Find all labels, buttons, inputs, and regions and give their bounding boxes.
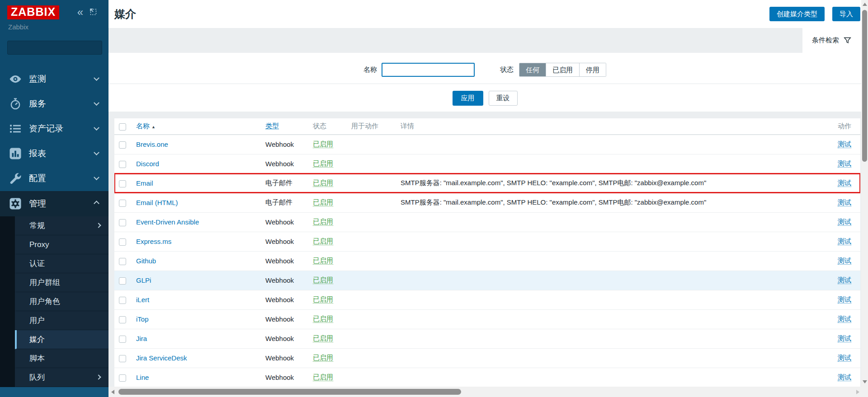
media-type-type: Webhook — [265, 218, 294, 226]
vertical-scroll-thumb[interactable] — [862, 10, 867, 162]
media-type-type: Webhook — [265, 140, 294, 148]
media-type-status-link[interactable]: 已启用 — [313, 198, 333, 206]
media-type-name-link[interactable]: Express.ms — [136, 238, 171, 245]
test-link[interactable]: 测试 — [838, 218, 851, 226]
test-link[interactable]: 测试 — [838, 334, 851, 342]
media-type-name-link[interactable]: Jira — [136, 335, 147, 342]
media-type-status-link[interactable]: 已启用 — [313, 334, 333, 342]
chevron-down-icon — [94, 100, 99, 106]
media-type-name-link[interactable]: Discord — [136, 160, 159, 168]
media-type-name-link[interactable]: GLPi — [136, 276, 151, 284]
test-link[interactable]: 测试 — [838, 373, 851, 381]
row-checkbox[interactable] — [119, 316, 126, 323]
media-type-status-link[interactable]: 已启用 — [313, 159, 333, 168]
row-checkbox[interactable] — [119, 161, 126, 168]
media-type-name-link[interactable]: iTop — [136, 315, 149, 323]
test-link[interactable]: 测试 — [838, 276, 851, 284]
sidebar-item-authentication[interactable]: 认证 — [15, 254, 108, 273]
row-checkbox[interactable] — [119, 297, 126, 304]
vertical-scrollbar[interactable] — [861, 0, 868, 397]
row-checkbox[interactable] — [119, 277, 126, 285]
status-option-any[interactable]: 任何 — [519, 63, 546, 76]
sidebar-item-users[interactable]: 用户 — [15, 311, 108, 330]
media-type-type: Webhook — [265, 296, 294, 304]
sidebar-item-general[interactable]: 常规 — [15, 216, 108, 235]
row-checkbox[interactable] — [119, 219, 126, 226]
import-button[interactable]: 导入 — [832, 7, 860, 21]
sidebar-item-scripts[interactable]: 脚本 — [15, 349, 108, 368]
create-media-type-button[interactable]: 创建媒介类型 — [769, 7, 825, 21]
media-type-status-link[interactable]: 已启用 — [313, 140, 333, 148]
column-header-type[interactable]: 类型 — [265, 118, 313, 135]
test-link[interactable]: 测试 — [838, 140, 851, 148]
scroll-up-icon[interactable] — [863, 3, 867, 6]
row-checkbox[interactable] — [119, 258, 126, 265]
status-option-disabled[interactable]: 停用 — [579, 63, 606, 76]
search-input[interactable] — [8, 44, 105, 51]
row-checkbox[interactable] — [119, 238, 126, 246]
sidebar-item-queue[interactable]: 队列 — [15, 368, 108, 387]
status-segmented-control: 任何 已启用 停用 — [519, 63, 606, 77]
apply-button[interactable]: 应用 — [453, 91, 483, 106]
media-type-status-link[interactable]: 已启用 — [313, 179, 333, 187]
media-type-status-link[interactable]: 已启用 — [313, 257, 333, 265]
test-link[interactable]: 测试 — [838, 315, 851, 323]
sidebar-item-inventory[interactable]: 资产记录 — [0, 117, 108, 141]
test-link[interactable]: 测试 — [838, 257, 851, 265]
status-option-enabled[interactable]: 已启用 — [546, 63, 579, 76]
test-link[interactable]: 测试 — [838, 159, 851, 168]
test-link[interactable]: 测试 — [838, 354, 851, 362]
row-checkbox[interactable] — [119, 336, 126, 343]
scroll-right-icon[interactable] — [856, 390, 859, 394]
name-filter-input[interactable] — [382, 63, 475, 77]
sidebar-item-services[interactable]: 服务 — [0, 92, 108, 117]
row-checkbox[interactable] — [119, 141, 126, 149]
media-type-status-link[interactable]: 已启用 — [313, 295, 333, 304]
sidebar-item-media-types[interactable]: 媒介 — [15, 330, 108, 349]
reset-button[interactable]: 重设 — [489, 91, 518, 106]
collapse-sidebar-icon[interactable]: « — [77, 8, 83, 16]
scroll-down-icon[interactable] — [863, 380, 867, 383]
test-link[interactable]: 测试 — [838, 198, 851, 206]
sidebar-item-monitoring[interactable]: 监测 — [0, 67, 108, 92]
test-link[interactable]: 测试 — [838, 237, 851, 245]
row-checkbox[interactable] — [119, 200, 126, 207]
row-checkbox[interactable] — [119, 355, 126, 362]
sidebar-search[interactable] — [7, 41, 102, 55]
chevron-down-icon — [94, 75, 99, 81]
media-type-name-link[interactable]: Email — [136, 179, 153, 187]
media-type-name-link[interactable]: Event-Driven Ansible — [136, 218, 199, 226]
filter-tab[interactable]: 条件检索 — [802, 28, 861, 53]
select-all-checkbox[interactable] — [119, 123, 126, 131]
sidebar-item-administration[interactable]: 管理 — [0, 191, 108, 216]
sidebar-item-user-groups[interactable]: 用户群组 — [15, 273, 108, 292]
media-type-status-link[interactable]: 已启用 — [313, 354, 333, 362]
column-header-name[interactable]: 名称▲ — [136, 118, 265, 135]
zabbix-logo[interactable]: ZABBIX — [7, 5, 59, 19]
row-checkbox[interactable] — [119, 374, 126, 382]
media-type-name-link[interactable]: Email (HTML) — [136, 199, 178, 206]
media-type-status-link[interactable]: 已启用 — [313, 315, 333, 323]
media-type-status-link[interactable]: 已启用 — [313, 373, 333, 381]
media-type-status-link[interactable]: 已启用 — [313, 237, 333, 245]
test-link[interactable]: 测试 — [838, 179, 851, 187]
sidebar-item-reports[interactable]: 报表 — [0, 141, 108, 166]
media-type-name-link[interactable]: Line — [136, 374, 149, 381]
media-type-status-link[interactable]: 已启用 — [313, 218, 333, 226]
row-checkbox[interactable] — [119, 180, 126, 187]
media-type-name-link[interactable]: Brevis.one — [136, 140, 168, 148]
media-type-status-link[interactable]: 已启用 — [313, 276, 333, 284]
sidebar-item-configuration[interactable]: 配置 — [0, 166, 108, 191]
horizontal-scrollbar[interactable] — [108, 387, 861, 397]
test-link[interactable]: 测试 — [838, 295, 851, 304]
expand-window-icon[interactable] — [89, 7, 97, 18]
scroll-left-icon[interactable] — [111, 390, 114, 394]
sidebar-item-proxy[interactable]: Proxy — [15, 235, 108, 254]
table-row: iLert Webhook 已启用 测试 — [114, 290, 860, 309]
media-type-name-link[interactable]: Github — [136, 257, 156, 265]
sidebar-item-user-roles[interactable]: 用户角色 — [15, 292, 108, 311]
eye-icon — [8, 72, 23, 86]
media-type-name-link[interactable]: iLert — [136, 296, 149, 304]
media-type-name-link[interactable]: Jira ServiceDesk — [136, 354, 187, 362]
horizontal-scroll-thumb[interactable] — [118, 389, 461, 395]
